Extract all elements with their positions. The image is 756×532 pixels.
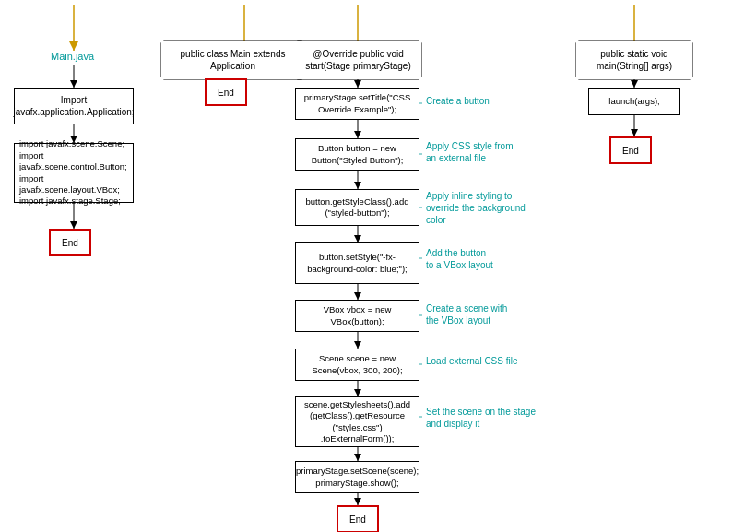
annotation-apply-css: Apply CSS style froman external file: [426, 140, 513, 164]
col3-header: @Override public void start(Stage primar…: [295, 41, 421, 79]
annotation-create-button: Create a button: [426, 95, 490, 107]
box-stylesheets: scene.getStylesheets().add (getClass().g…: [295, 396, 419, 447]
box-set-title: primaryStage.setTitle("CSS Override Exam…: [295, 88, 419, 120]
annotation-set-scene: Set the scene on the stageand display it: [426, 406, 536, 430]
box-import-application: Import javafx.application.Application;: [14, 88, 134, 124]
svg-marker-1: [69, 41, 78, 51]
svg-marker-17: [354, 80, 361, 88]
svg-marker-37: [631, 129, 638, 136]
box-scene: Scene scene = new Scene(vbox, 300, 200);: [295, 349, 419, 381]
svg-marker-33: [354, 498, 361, 505]
annotation-add-button: Add the buttonto a VBox layout: [426, 247, 493, 271]
box-set-style: button.setStyle("-fx-background-color: b…: [295, 242, 419, 284]
annotation-create-scene: Create a scene withthe VBox layout: [426, 302, 507, 326]
annotation-inline-style: Apply inline styling tooverride the back…: [426, 190, 526, 226]
svg-marker-31: [354, 454, 361, 461]
end-box-3: End: [337, 505, 379, 532]
col2-header: public class Main extends Application: [161, 41, 304, 79]
annotation-load-css: Load external CSS file: [426, 355, 518, 367]
box-show: primaryStage.setScene(scene);primaryStag…: [295, 461, 419, 493]
svg-marker-25: [354, 292, 361, 300]
diagram-container: Main.java public class Main extends Appl…: [0, 0, 756, 532]
box-launch: launch(args);: [588, 88, 680, 115]
svg-marker-13: [70, 221, 77, 229]
box-style-class: button.getStyleClass().add ("styled-butt…: [295, 189, 419, 226]
svg-marker-19: [354, 131, 361, 138]
svg-marker-27: [354, 341, 361, 349]
svg-marker-21: [354, 182, 361, 189]
svg-marker-9: [70, 80, 77, 88]
end-box-4: End: [609, 136, 652, 164]
end-box-1: End: [49, 229, 91, 256]
box-vbox: VBox vbox = new VBox(button);: [295, 300, 419, 332]
end-box-2: End: [205, 78, 247, 106]
col4-header: public static void main(String[] args): [576, 41, 692, 79]
col1-label: Main.java: [51, 51, 94, 62]
svg-marker-35: [631, 80, 638, 88]
box-imports: import javafx.scene.Scene;import javafx.…: [14, 143, 134, 203]
box-new-button: Button button = new Button("Styled Butto…: [295, 138, 419, 171]
svg-marker-29: [354, 389, 361, 396]
svg-marker-23: [354, 235, 361, 242]
